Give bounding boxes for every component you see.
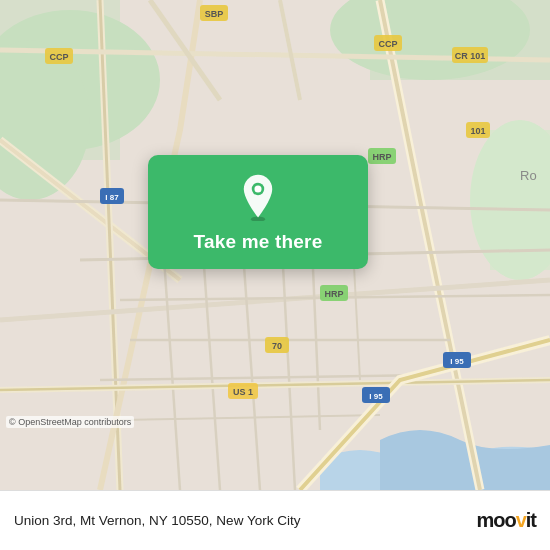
svg-text:HRP: HRP [372, 152, 391, 162]
take-me-button-label: Take me there [194, 231, 323, 253]
bottom-bar: Union 3rd, Mt Vernon, NY 10550, New York… [0, 490, 550, 550]
svg-text:Ro: Ro [520, 168, 537, 183]
svg-text:US 1: US 1 [233, 387, 253, 397]
svg-text:CR 101: CR 101 [455, 51, 486, 61]
svg-text:70: 70 [272, 341, 282, 351]
svg-point-35 [254, 185, 261, 192]
svg-text:CCP: CCP [49, 52, 68, 62]
moovit-logo-text: moovit [476, 509, 536, 532]
moovit-logo: moovit [476, 509, 536, 532]
copyright-text: © OpenStreetMap contributors [6, 416, 134, 428]
svg-text:SBP: SBP [205, 9, 224, 19]
svg-text:101: 101 [470, 126, 485, 136]
take-me-card[interactable]: Take me there [148, 155, 368, 269]
location-pin-icon [234, 173, 282, 221]
location-text: Union 3rd, Mt Vernon, NY 10550, New York… [14, 513, 476, 528]
svg-text:HRP: HRP [324, 289, 343, 299]
svg-text:I 87: I 87 [105, 193, 119, 202]
map-container: CCP CCP SBP I 87 CR 101 HRP HRP 101 70 U… [0, 0, 550, 490]
svg-text:I 95: I 95 [369, 392, 383, 401]
svg-text:CCP: CCP [378, 39, 397, 49]
svg-text:I 95: I 95 [450, 357, 464, 366]
